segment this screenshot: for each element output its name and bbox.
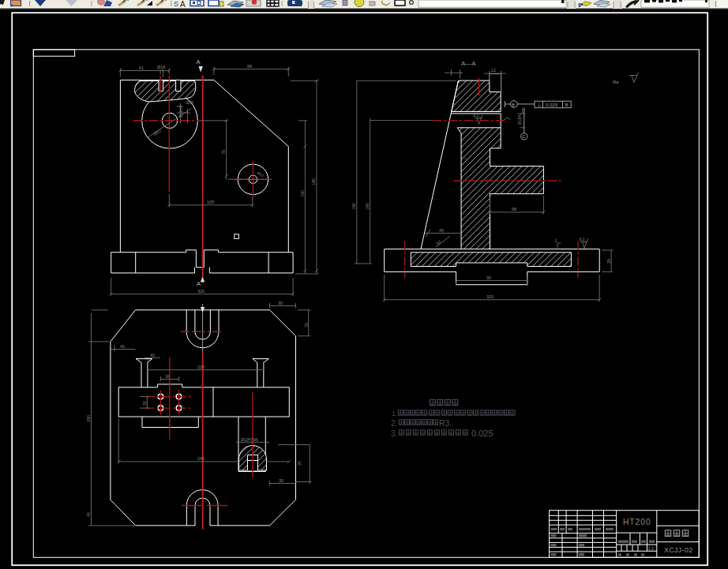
svg-text:Ø18H7: Ø18H7	[179, 105, 183, 118]
svg-text:A: A	[180, 0, 186, 9]
svg-text:HT200: HT200	[623, 518, 651, 526]
svg-text:⊥: ⊥	[537, 102, 542, 107]
svg-text:C: C	[522, 134, 526, 139]
svg-text:1: 1	[555, 238, 557, 243]
svg-text:25: 25	[606, 259, 611, 264]
svg-text:0.025: 0.025	[546, 103, 558, 107]
svg-text:150: 150	[300, 190, 305, 197]
svg-text:2.: 2.	[391, 419, 397, 428]
svg-text:Ø18H7: Ø18H7	[518, 112, 522, 125]
svg-text:A: A	[197, 58, 201, 66]
svg-text:90: 90	[486, 275, 491, 280]
svg-text:320: 320	[197, 289, 205, 294]
svg-text:180: 180	[311, 178, 316, 185]
svg-text:Ø10H7/k6: Ø10H7/k6	[241, 438, 258, 442]
svg-text:36: 36	[165, 375, 170, 379]
svg-text:12: 12	[491, 68, 496, 73]
svg-text:3.2: 3.2	[579, 237, 585, 241]
svg-text:20: 20	[297, 461, 302, 466]
svg-text:280: 280	[86, 415, 91, 422]
svg-text:320: 320	[486, 294, 493, 299]
svg-text:A—A: A—A	[461, 60, 476, 67]
svg-text:75: 75	[221, 150, 226, 155]
svg-text:Ra: Ra	[613, 80, 619, 84]
svg-text:40: 40	[150, 353, 155, 357]
svg-text:160: 160	[365, 203, 370, 210]
svg-text:B: B	[512, 103, 515, 107]
svg-text:190: 190	[351, 203, 356, 210]
svg-text:B: B	[565, 103, 569, 107]
svg-text:45: 45	[439, 228, 444, 233]
svg-text:XCJJ-02: XCJJ-02	[664, 546, 693, 554]
svg-text:0.025: 0.025	[471, 429, 493, 438]
svg-text:68: 68	[512, 207, 516, 212]
svg-text:Ø16: Ø16	[157, 65, 165, 69]
svg-text:70: 70	[304, 323, 309, 328]
svg-text:88: 88	[247, 64, 252, 69]
svg-text:40: 40	[120, 344, 125, 349]
svg-text:R3.: R3.	[439, 418, 452, 428]
svg-text:30: 30	[278, 301, 283, 305]
svg-text:61: 61	[139, 66, 144, 70]
svg-text:S: S	[174, 0, 178, 8]
svg-text:A: A	[197, 280, 201, 287]
svg-text:3.: 3.	[391, 429, 397, 438]
svg-text:30: 30	[143, 401, 147, 406]
svg-text:240: 240	[197, 456, 205, 461]
svg-text:230: 230	[197, 365, 205, 369]
svg-text:1:1: 1:1	[648, 546, 655, 551]
svg-text:1.: 1.	[392, 410, 397, 417]
svg-text:Ø30: Ø30	[186, 101, 193, 105]
svg-text:3.2: 3.2	[473, 113, 479, 118]
svg-text:105: 105	[207, 200, 214, 204]
svg-text:30: 30	[279, 478, 283, 483]
svg-text:40: 40	[86, 512, 91, 517]
